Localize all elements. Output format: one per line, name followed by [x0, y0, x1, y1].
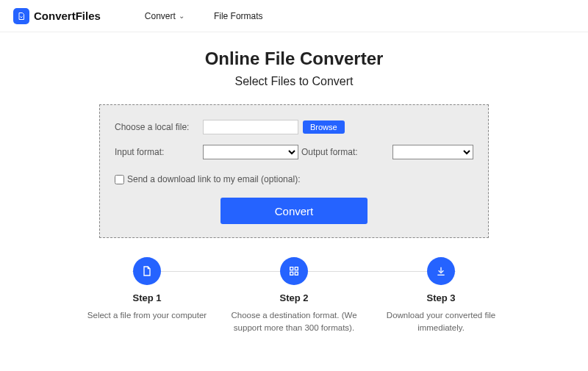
step-3-title: Step 3 [368, 292, 514, 303]
topbar: ConvertFiles Convert ⌄ File Formats [0, 0, 588, 32]
convert-button[interactable]: Convert [220, 198, 368, 224]
svg-rect-3 [295, 272, 298, 275]
email-link-checkbox[interactable] [115, 175, 124, 184]
step-2: Step 2 Choose a destination format. (We … [220, 257, 368, 334]
converter-panel: Choose a local file: Browse Input format… [99, 104, 489, 238]
page-title: Online File Converter [0, 48, 588, 69]
page-subtitle: Select Files to Convert [0, 75, 588, 88]
svg-rect-0 [290, 267, 293, 270]
input-format-label: Input format: [115, 147, 203, 157]
step-1-title: Step 1 [74, 292, 220, 303]
brand-name: ConvertFiles [34, 10, 101, 22]
nav-formats-label: File Formats [214, 11, 263, 21]
email-link-label: Send a download link to my email (option… [127, 174, 300, 184]
svg-rect-2 [290, 272, 293, 275]
step-1-desc: Select a file from your computer [74, 309, 220, 322]
step-3-desc: Download your converted file immediately… [368, 309, 514, 334]
download-icon [427, 257, 455, 285]
main-nav: Convert ⌄ File Formats [145, 11, 263, 21]
output-format-label: Output format: [301, 147, 358, 157]
step-3: Step 3 Download your converted file imme… [368, 257, 514, 334]
brand-logo[interactable]: ConvertFiles [13, 8, 101, 24]
chevron-down-icon: ⌄ [179, 12, 184, 20]
nav-convert-label: Convert [145, 11, 176, 21]
file-input[interactable] [203, 120, 298, 134]
nav-convert[interactable]: Convert ⌄ [145, 11, 184, 21]
grid-icon [280, 257, 308, 285]
steps-row: Step 1 Select a file from your computer … [59, 257, 529, 334]
nav-file-formats[interactable]: File Formats [214, 11, 263, 21]
file-icon [133, 257, 161, 285]
step-2-desc: Choose a destination format. (We support… [220, 309, 368, 334]
logo-icon [13, 8, 29, 24]
step-1: Step 1 Select a file from your computer [74, 257, 220, 322]
step-2-title: Step 2 [220, 292, 368, 303]
choose-file-label: Choose a local file: [115, 122, 203, 132]
browse-button[interactable]: Browse [303, 120, 345, 134]
output-format-select[interactable] [392, 145, 473, 159]
svg-rect-1 [295, 267, 298, 270]
input-format-select[interactable] [203, 145, 298, 159]
